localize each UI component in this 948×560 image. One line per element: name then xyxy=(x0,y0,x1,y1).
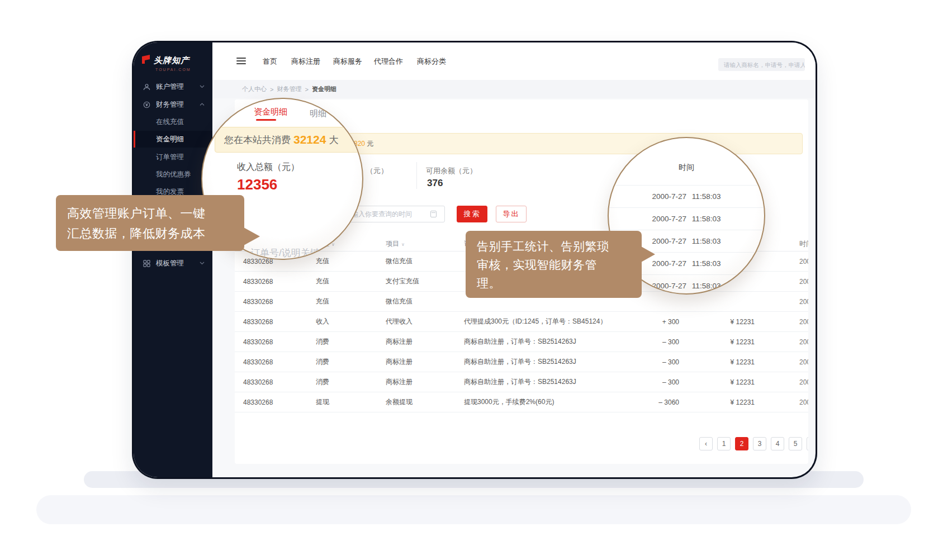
table-row: 48330268消费商标注册商标自助注册，订单号：SB2514263J– 300… xyxy=(235,372,808,392)
sidebar-item-label: 模板管理 xyxy=(156,259,184,268)
brand-logo[interactable]: 头牌知产 TOUPAI.COM xyxy=(141,55,208,72)
export-button[interactable]: 导出 xyxy=(496,206,527,222)
table-row: 48330268消费商标注册商标自助注册，订单号：SB2514263J– 300… xyxy=(235,352,808,372)
search-button[interactable]: 搜索 xyxy=(457,206,487,222)
template-grid-icon xyxy=(143,259,150,267)
stat-divider xyxy=(416,162,417,189)
pagination: ‹ 1 2 3 4 5 › xyxy=(699,437,808,450)
callout-left-line1: 高效管理账户订单、一键 xyxy=(67,203,233,224)
magnified-time-header: 时间 xyxy=(609,163,764,173)
pagination-page-4[interactable]: 4 xyxy=(771,437,784,450)
magnified-time-row: 2000-7-27 11:58:03 xyxy=(608,207,765,230)
sidebar-item-label: 账户管理 xyxy=(156,82,184,92)
header-project[interactable]: 项目 xyxy=(377,239,456,249)
callout-left: 高效管理账户订单、一键 汇总数据，降低财务成本 xyxy=(56,195,244,251)
available-balance-value: 376 xyxy=(427,178,443,189)
sidebar-subitem-funds-detail[interactable]: 资金明细 xyxy=(134,131,212,148)
nav-trademark-category[interactable]: 商标分类 xyxy=(417,42,446,80)
global-search-input[interactable] xyxy=(718,58,805,71)
nav-trademark-register[interactable]: 商标注册 xyxy=(291,42,320,80)
brand-name: 头牌知产 xyxy=(154,55,189,66)
chevron-down-icon xyxy=(200,262,205,265)
magnified-income-value: 12356 xyxy=(237,176,277,193)
breadcrumb-separator: > xyxy=(270,86,273,93)
chevron-down-icon xyxy=(200,85,205,88)
sidebar-item-templates[interactable]: 模板管理 xyxy=(134,255,212,272)
sidebar-subitem-coupons[interactable]: 我的优惠券 xyxy=(134,166,212,183)
banner-unit: 元 xyxy=(367,139,373,149)
sidebar-item-finance[interactable]: 财务管理 xyxy=(134,96,212,113)
magnified-income-label: 收入总额（元） xyxy=(237,162,300,173)
pagination-page-5[interactable]: 5 xyxy=(789,437,802,450)
callout-right-line2: 审核，实现智能财务管 xyxy=(477,255,631,274)
magnified-tab-active: 资金明细 xyxy=(254,107,287,117)
callout-right-line3: 理。 xyxy=(477,274,631,292)
breadcrumb: 个人中心 > 财务管理 > 资金明细 xyxy=(212,80,816,98)
topbar: 首页 商标注册 商标服务 代理合作 商标分类 xyxy=(212,42,816,80)
pagination-page-3[interactable]: 3 xyxy=(753,437,766,450)
magnified-tab-underline xyxy=(256,119,276,121)
brand-subtext: TOUPAI.COM xyxy=(155,68,208,72)
sidebar-subitem-recharge[interactable]: 在线充值 xyxy=(134,113,212,130)
pagination-page-2-active[interactable]: 2 xyxy=(735,437,748,450)
date-range-input[interactable] xyxy=(344,206,445,222)
callout-right-line1: 告别手工统计、告别繁琐 xyxy=(477,237,631,255)
finance-coin-icon xyxy=(143,101,150,108)
sidebar-item-account[interactable]: 账户管理 xyxy=(134,78,212,95)
available-balance-label: 可用余额（元） xyxy=(426,166,477,176)
sidebar-item-label: 财务管理 xyxy=(156,100,184,110)
mid-stat-label: （元） xyxy=(366,166,388,176)
chevron-up-icon xyxy=(200,103,205,106)
pagination-next-icon[interactable]: › xyxy=(807,437,808,450)
breadcrumb-finance[interactable]: 财务管理 xyxy=(277,85,301,93)
magnified-banner: 您在本站共消费 32124 大 xyxy=(215,127,363,153)
breadcrumb-current: 资金明细 xyxy=(312,85,336,93)
table-row: 48330268消费商标注册商标自助注册，订单号：SB2514263J– 300… xyxy=(235,332,808,352)
header-time: 时间 xyxy=(757,239,808,249)
magnified-tab-peek: 明细 xyxy=(310,108,326,119)
table-row: 48330268提现余额提现提现3000元，手续费2%(60元)– 3060¥ … xyxy=(235,392,808,412)
callout-right: 告别手工统计、告别繁琐 审核，实现智能财务管 理。 xyxy=(466,231,642,298)
nav-home[interactable]: 首页 xyxy=(263,42,277,80)
pagination-page-1[interactable]: 1 xyxy=(717,437,731,450)
breadcrumb-separator: > xyxy=(305,86,308,93)
nav-agency[interactable]: 代理合作 xyxy=(374,42,403,80)
calendar-icon[interactable] xyxy=(430,211,437,217)
sidebar: 头牌知产 TOUPAI.COM 账户管理 xyxy=(134,42,212,477)
nav-trademark-services[interactable]: 商标服务 xyxy=(333,42,362,80)
pagination-prev-icon[interactable]: ‹ xyxy=(699,437,713,450)
breadcrumb-personal-center[interactable]: 个人中心 xyxy=(242,85,267,93)
table-row: 48330268收入代理收入代理提成300元（ID:1245，订单号：SB451… xyxy=(235,312,808,332)
page: 头牌知产 TOUPAI.COM 账户管理 xyxy=(0,0,948,560)
hamburger-icon[interactable] xyxy=(236,58,246,66)
magnified-time-row: 2000-7-27 11:58:03 xyxy=(608,185,765,207)
sidebar-subitem-orders[interactable]: 订单管理 xyxy=(134,149,212,165)
laptop-floor-shadow xyxy=(36,495,911,524)
callout-left-line2: 汇总数据，降低财务成本 xyxy=(67,224,233,244)
user-icon xyxy=(143,83,150,91)
brand-flag-icon xyxy=(141,55,151,66)
